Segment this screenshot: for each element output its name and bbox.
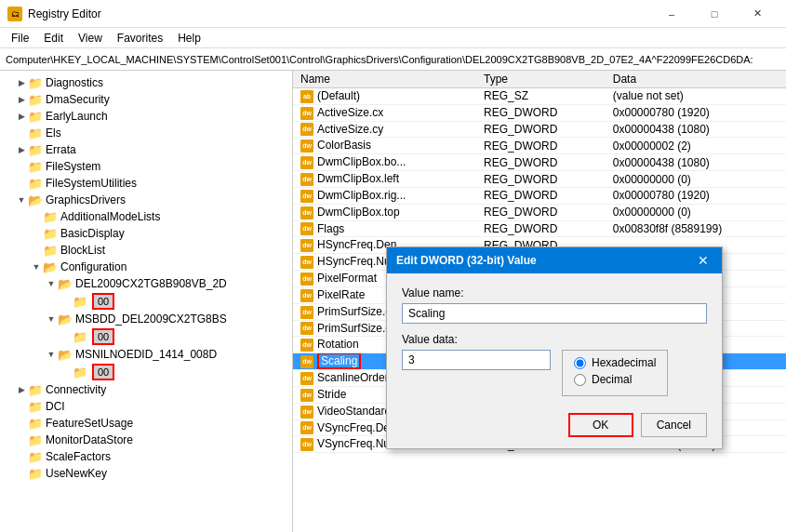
value-type-cell: REG_DWORD: [476, 220, 606, 237]
registry-icon: dw: [300, 406, 313, 419]
decimal-radio-row[interactable]: Decimal: [574, 373, 656, 386]
menu-edit[interactable]: Edit: [36, 30, 71, 47]
tree-item-msbdd[interactable]: ▼ 📂 MSBDD_DEL2009CX2TG8BS: [0, 311, 292, 327]
window-controls: – □ ✕: [650, 0, 779, 28]
app-icon: 🗂: [7, 7, 22, 21]
table-row[interactable]: dwFlagsREG_DWORD0x00830f8f (8589199): [293, 220, 786, 237]
tree-item-msbdd-00[interactable]: ▶ 📁 00: [0, 327, 292, 346]
decimal-radio[interactable]: [574, 374, 586, 386]
subkey-00-box-2: 00: [92, 328, 114, 345]
tree-item-msnilnoedid-00[interactable]: ▶ 📁 00: [0, 363, 292, 381]
table-row[interactable]: dwActiveSize.cyREG_DWORD0x00000438 (1080…: [293, 121, 786, 138]
value-data-cell: 0x00000438 (1080): [606, 154, 786, 171]
tree-item-earlylaunch[interactable]: ▶ 📁 EarlyLaunch: [0, 108, 292, 125]
value-name-cell: DwmClipBox.left: [317, 172, 399, 185]
tree-item-filesystemutilities[interactable]: ▶ 📁 FileSystemUtilities: [0, 175, 292, 192]
menu-view[interactable]: View: [71, 30, 110, 47]
table-row[interactable]: dwActiveSize.cxREG_DWORD0x00000780 (1920…: [293, 104, 786, 121]
tree-item-featuresetusage[interactable]: ▶ 📁 FeatureSetUsage: [0, 415, 292, 432]
tree-item-filesystem[interactable]: ▶ 📁 FileSystem: [0, 158, 292, 175]
registry-icon: dw: [300, 273, 313, 286]
registry-icon: dw: [300, 256, 313, 269]
tree-item-basicdisplay[interactable]: ▶ 📁 BasicDisplay: [0, 225, 292, 242]
edit-dword-dialog[interactable]: Edit DWORD (32-bit) Value ✕ Value name: …: [386, 246, 723, 449]
value-name-cell: Stride: [317, 388, 346, 401]
registry-tree[interactable]: ▶ 📁 Diagnostics ▶ 📁 DmaSecurity ▶ 📁 Earl…: [0, 71, 293, 532]
registry-icon: dw: [300, 322, 313, 335]
tree-item-connectivity[interactable]: ▶ 📁 Connectivity: [0, 381, 292, 398]
value-name-cell: ColorBasis: [317, 139, 371, 152]
value-name-label: Value name:: [402, 286, 707, 299]
col-name: Name: [293, 71, 476, 88]
minimize-button[interactable]: –: [650, 0, 693, 28]
tree-item-msnilnoedid[interactable]: ▼ 📂 MSNILNOEDID_1414_008D: [0, 346, 292, 363]
menu-favorites[interactable]: Favorites: [110, 30, 170, 47]
registry-icon: dw: [300, 289, 313, 302]
dialog-title: Edit DWORD (32-bit) Value: [396, 254, 537, 267]
address-text: Computer\HKEY_LOCAL_MACHINE\SYSTEM\Contr…: [6, 54, 753, 65]
tree-item-dci[interactable]: ▶ 📁 DCI: [0, 398, 292, 415]
ok-button[interactable]: OK: [568, 413, 633, 437]
hexadecimal-radio-row[interactable]: Hexadecimal: [574, 356, 656, 369]
table-row[interactable]: dwDwmClipBox.rig...REG_DWORD0x00000780 (…: [293, 187, 786, 204]
menu-help[interactable]: Help: [170, 30, 208, 47]
value-data-cell: 0x00000000 (0): [606, 171, 786, 188]
dialog-body: Value name: Value data: Hexadecimal Deci…: [387, 273, 722, 406]
window-title: Registry Editor: [28, 7, 101, 20]
registry-icon: dw: [300, 438, 313, 451]
registry-icon: dw: [300, 372, 313, 385]
tree-item-graphicsdrivers[interactable]: ▼ 📂 GraphicsDrivers: [0, 192, 292, 208]
tree-item-diagnostics[interactable]: ▶ 📁 Diagnostics: [0, 74, 292, 91]
registry-icon: dw: [300, 140, 313, 153]
value-type-cell: REG_DWORD: [476, 138, 606, 154]
tree-item-configuration[interactable]: ▼ 📂 Configuration: [0, 259, 292, 275]
registry-icon: dw: [300, 239, 313, 252]
tree-item-els[interactable]: ▶ 📁 Els: [0, 125, 292, 141]
cancel-button[interactable]: Cancel: [641, 413, 707, 437]
hexadecimal-radio[interactable]: [574, 357, 586, 369]
scaling-highlighted: Scaling: [317, 353, 361, 370]
tree-item-monitordatastore[interactable]: ▶ 📁 MonitorDataStore: [0, 432, 292, 448]
table-row[interactable]: dwDwmClipBox.topREG_DWORD0x00000000 (0): [293, 204, 786, 220]
tree-item-scalefactors[interactable]: ▶ 📁 ScaleFactors: [0, 448, 292, 465]
dialog-footer: OK Cancel: [387, 406, 722, 448]
table-row[interactable]: dwColorBasisREG_DWORD0x00000002 (2): [293, 138, 786, 154]
value-name-cell: PixelFormat: [317, 272, 377, 285]
value-name-cell: PrimSurfSize.cx: [317, 305, 396, 318]
tree-item-del2009-00[interactable]: ▶ 📁 00: [0, 292, 292, 311]
tree-item-del2009[interactable]: ▼ 📂 DEL2009CX2TG8B908VB_2D: [0, 275, 292, 292]
value-type-cell: REG_DWORD: [476, 121, 606, 138]
value-name-cell: ActiveSize.cx: [317, 106, 383, 119]
tree-item-errata[interactable]: ▶ 📁 Errata: [0, 141, 292, 158]
tree-item-dmasecurity[interactable]: ▶ 📁 DmaSecurity: [0, 91, 292, 108]
subkey-00-box-3: 00: [92, 364, 114, 380]
value-name-input[interactable]: [402, 303, 707, 324]
value-type-cell: REG_DWORD: [476, 204, 606, 220]
table-row[interactable]: dwDwmClipBox.leftREG_DWORD0x00000000 (0): [293, 171, 786, 188]
tree-item-usenewkey[interactable]: ▶ 📁 UseNewKey: [0, 465, 292, 482]
table-row[interactable]: ab(Default)REG_SZ(value not set): [293, 88, 786, 105]
table-row[interactable]: dwDwmClipBox.bo...REG_DWORD0x00000438 (1…: [293, 154, 786, 171]
menu-file[interactable]: File: [4, 30, 36, 47]
value-name-cell: Rotation: [317, 338, 359, 351]
value-data-input[interactable]: [402, 350, 551, 370]
value-data-cell: 0x00000780 (1920): [606, 104, 786, 121]
base-group: Hexadecimal Decimal: [562, 350, 668, 396]
tree-item-additionalmodelists[interactable]: ▶ 📁 AdditionalModeLists: [0, 208, 292, 225]
dialog-close-button[interactable]: ✕: [694, 253, 713, 268]
value-name-cell: Flags: [317, 222, 344, 235]
value-name-cell: DwmClipBox.rig...: [317, 189, 406, 202]
subkey-00-box-1: 00: [92, 293, 114, 310]
value-data-cell: 0x00000780 (1920): [606, 187, 786, 204]
tree-item-blocklist[interactable]: ▶ 📁 BlockList: [0, 242, 292, 259]
value-type-cell: REG_DWORD: [476, 154, 606, 171]
value-name-cell: VideoStandard: [317, 405, 391, 418]
registry-icon: dw: [300, 173, 313, 186]
registry-icon: dw: [300, 190, 313, 203]
maximize-button[interactable]: □: [693, 0, 736, 28]
registry-icon: dw: [300, 389, 313, 402]
registry-icon: dw: [300, 306, 313, 319]
value-data-cell: 0x00000000 (0): [606, 204, 786, 220]
close-button[interactable]: ✕: [736, 0, 779, 28]
value-data-cell: 0x00830f8f (8589199): [606, 220, 786, 237]
